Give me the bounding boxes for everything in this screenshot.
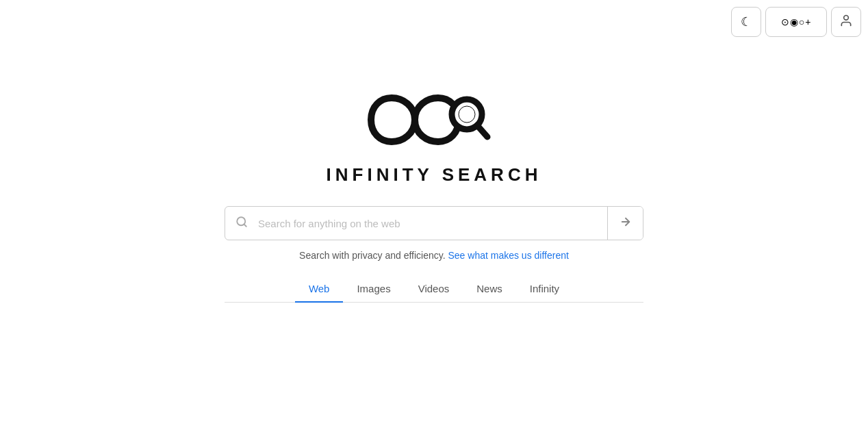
tab-bar: Web Images Videos News Infinity xyxy=(225,276,643,303)
tab-videos[interactable]: Videos xyxy=(405,276,463,303)
logo-svg xyxy=(366,82,502,157)
tagline-text: Search with privacy and efficiency. xyxy=(299,250,445,261)
arrow-right-icon xyxy=(620,216,632,231)
search-submit-button[interactable] xyxy=(607,207,643,240)
search-bar xyxy=(225,206,643,240)
tab-infinity[interactable]: Infinity xyxy=(516,276,573,303)
profile-button[interactable] xyxy=(831,7,861,37)
logo-title: INFINITY SEARCH xyxy=(327,164,542,186)
tagline-link[interactable]: See what makes us different xyxy=(448,250,568,261)
person-icon xyxy=(839,14,853,31)
moon-icon: ☾ xyxy=(741,14,752,29)
tab-images[interactable]: Images xyxy=(343,276,404,303)
tab-news[interactable]: News xyxy=(463,276,516,303)
main-content: INFINITY SEARCH Search with privacy and … xyxy=(0,0,868,303)
extensions-button[interactable]: ⊙◉○+ xyxy=(765,7,827,37)
svg-point-3 xyxy=(459,106,475,123)
svg-line-5 xyxy=(244,224,246,226)
search-input[interactable] xyxy=(258,207,607,240)
tagline: Search with privacy and efficiency. See … xyxy=(299,250,569,261)
theme-toggle-button[interactable]: ☾ xyxy=(731,7,761,37)
svg-point-0 xyxy=(844,15,849,20)
svg-line-2 xyxy=(477,125,487,137)
toolbar: ☾ ⊙◉○+ xyxy=(731,7,861,37)
logo-container: INFINITY SEARCH xyxy=(327,82,542,186)
search-icon-wrap xyxy=(225,216,258,231)
tab-web[interactable]: Web xyxy=(295,276,344,303)
search-icon xyxy=(235,216,248,231)
extensions-icon: ⊙◉○+ xyxy=(781,16,812,27)
